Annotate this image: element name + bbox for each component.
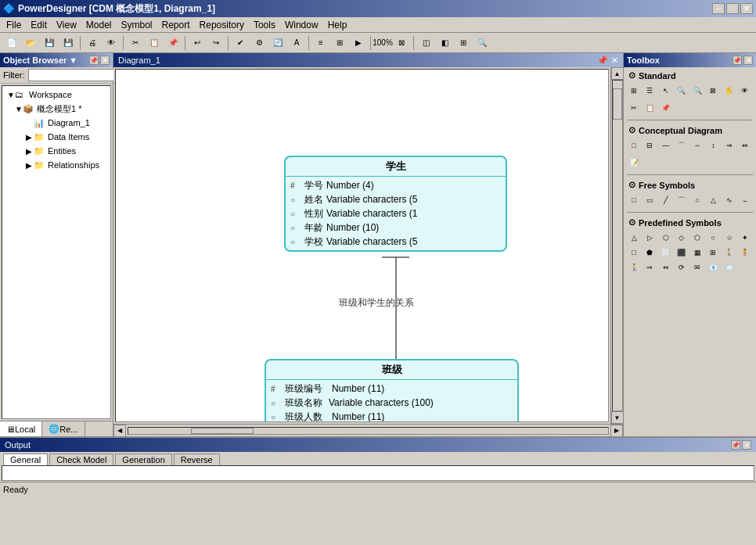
menu-window[interactable]: Window — [280, 18, 323, 32]
extra3[interactable]: ⊞ — [455, 34, 472, 52]
tool-table[interactable]: ⊟ — [643, 138, 657, 152]
toolbox-close-btn[interactable]: ✕ — [743, 56, 753, 65]
copy-btn[interactable]: 📋 — [146, 34, 163, 52]
tool-hand[interactable]: ✋ — [722, 84, 736, 98]
tool-p20[interactable]: ⟳ — [675, 260, 689, 274]
new-btn[interactable]: 📄 — [3, 34, 20, 52]
print-btn[interactable]: 🖨 — [84, 34, 101, 52]
tool-p10[interactable]: ⬟ — [643, 246, 657, 260]
tool-p23[interactable]: 📨 — [722, 260, 736, 274]
scroll-track-h[interactable] — [128, 427, 609, 435]
scroll-right-btn[interactable]: ▶ — [610, 425, 623, 437]
tree-item-entities[interactable]: ▶ 📁 Entities — [4, 144, 109, 158]
menu-model[interactable]: Model — [81, 18, 117, 32]
tool-link2[interactable]: ⌒ — [675, 138, 689, 152]
tool-p17[interactable]: 🚶 — [627, 260, 641, 274]
output-close-btn[interactable]: ✕ — [742, 440, 751, 450]
tool-copy[interactable]: 📋 — [643, 101, 657, 115]
diagram-pin-icon[interactable]: 📌 — [597, 56, 608, 66]
tool-p6[interactable]: ○ — [706, 231, 720, 245]
dist-btn[interactable]: ⊞ — [331, 34, 348, 52]
tool-zoom-in[interactable]: 🔍 — [675, 84, 689, 98]
menu-edit[interactable]: Edit — [26, 18, 52, 32]
title-bar-controls[interactable]: ─ □ ✕ — [712, 3, 753, 14]
menu-view[interactable]: View — [52, 18, 81, 32]
tool-arrow[interactable]: ↖ — [659, 84, 673, 98]
check-btn[interactable]: ✔ — [232, 34, 249, 52]
tool-rect[interactable]: □ — [627, 193, 641, 207]
fit-btn[interactable]: ⊠ — [393, 34, 410, 52]
menu-repository[interactable]: Repository — [195, 18, 249, 32]
tool-note[interactable]: 📝 — [627, 156, 641, 170]
scroll-thumb-v[interactable] — [613, 88, 622, 120]
tree-item-relationships[interactable]: ▶ 📁 Relationships — [4, 158, 109, 172]
scroll-track-v[interactable] — [612, 80, 623, 411]
gen-btn[interactable]: ⚙ — [250, 34, 268, 52]
entity-class[interactable]: 班级 # 班级编号 Number (11) ○ 班级名称 Variable ch… — [265, 359, 519, 422]
menu-report[interactable]: Report — [157, 18, 195, 32]
cut-btn[interactable]: ✂ — [127, 34, 144, 52]
tool-entity[interactable]: □ — [627, 138, 641, 152]
toolbox-conceptual-header[interactable]: ⊙ Conceptual Diagram — [625, 124, 754, 137]
tool-p12[interactable]: ⬛ — [675, 246, 689, 260]
menu-symbol[interactable]: Symbol — [117, 18, 157, 32]
entities-toggle[interactable]: ▶ — [26, 147, 34, 156]
rev-btn[interactable]: 🔄 — [269, 34, 286, 52]
local-tab[interactable]: 🖥 Local — [0, 421, 42, 436]
tool-p22[interactable]: 📧 — [706, 260, 720, 274]
menu-help[interactable]: Help — [323, 18, 352, 32]
save-all-btn[interactable]: 💾 — [59, 34, 77, 52]
panel-pin-btn[interactable]: 📌 — [89, 56, 99, 65]
save-btn[interactable]: 💾 — [41, 34, 58, 52]
tool-link6[interactable]: ⇔ — [738, 138, 752, 152]
close-button[interactable]: ✕ — [740, 3, 753, 14]
font-btn[interactable]: A — [288, 34, 305, 52]
diagram-close-icon[interactable]: ✕ — [611, 56, 618, 66]
relationships-toggle[interactable]: ▶ — [26, 161, 34, 170]
tab-generation[interactable]: Generation — [115, 454, 171, 465]
tool-paste[interactable]: 📌 — [659, 101, 673, 115]
workspace-toggle[interactable]: ▼ — [7, 91, 15, 99]
tool-p1[interactable]: △ — [627, 231, 641, 245]
tool-eye[interactable]: 👁 — [738, 84, 752, 98]
model-toggle[interactable]: ▼ — [15, 105, 23, 113]
toolbox-free-header[interactable]: ⊙ Free Symbols — [625, 178, 754, 192]
entity-student[interactable]: 学生 # 学号 Number (4) ○ 姓名 Variable charact… — [284, 156, 507, 252]
tool-oval[interactable]: ○ — [690, 193, 704, 207]
extra4[interactable]: 🔍 — [473, 34, 491, 52]
tool-p14[interactable]: ⊞ — [706, 246, 720, 260]
tool-p5[interactable]: ⬠ — [690, 231, 704, 245]
minimize-button[interactable]: ─ — [712, 3, 725, 14]
panel-header-controls[interactable]: 📌 ✕ — [89, 56, 110, 65]
tab-reverse[interactable]: Reverse — [174, 454, 220, 465]
tool-p3[interactable]: ⬡ — [659, 231, 673, 245]
tree-item-diagram[interactable]: 📊 Diagram_1 — [4, 116, 109, 130]
tool-arc[interactable]: ⌒ — [675, 193, 689, 207]
extra1[interactable]: ◫ — [417, 34, 434, 52]
diagram-canvas[interactable]: 学生 # 学号 Number (4) ○ 姓名 Variable charact… — [115, 69, 609, 422]
tool-p11[interactable]: ⬜ — [659, 246, 673, 260]
tool-link5[interactable]: ⇒ — [722, 138, 736, 152]
scroll-down-btn[interactable]: ▼ — [611, 411, 624, 424]
data-items-toggle[interactable]: ▶ — [26, 133, 34, 142]
tab-check-model[interactable]: Check Model — [49, 454, 113, 465]
tool-p9[interactable]: □ — [627, 246, 641, 260]
tool-line[interactable]: ╱ — [659, 193, 673, 207]
tool-link3[interactable]: ↔ — [690, 138, 704, 152]
maximize-button[interactable]: □ — [726, 3, 739, 14]
toolbox-pin-btn[interactable]: 📌 — [733, 56, 742, 65]
tool-wave[interactable]: ∿ — [722, 193, 736, 207]
extra2[interactable]: ◧ — [436, 34, 453, 52]
tool-p8[interactable]: ✦ — [738, 231, 752, 245]
tool-triangle[interactable]: △ — [706, 193, 720, 207]
output-pin-btn[interactable]: 📌 — [731, 440, 740, 450]
scroll-up-btn[interactable]: ▲ — [611, 67, 624, 80]
undo-btn[interactable]: ↩ — [189, 34, 206, 52]
panel-close-btn[interactable]: ✕ — [100, 56, 110, 65]
preview-btn[interactable]: 👁 — [103, 34, 120, 52]
tool-p7[interactable]: ☆ — [722, 231, 736, 245]
tree-item-workspace[interactable]: ▼ 🗂 Workspace — [4, 88, 109, 102]
diagram-header-controls[interactable]: 📌 ✕ — [597, 56, 618, 66]
more-btn[interactable]: ▶ — [350, 34, 367, 52]
zoom-100-btn[interactable]: 100% — [374, 34, 391, 52]
